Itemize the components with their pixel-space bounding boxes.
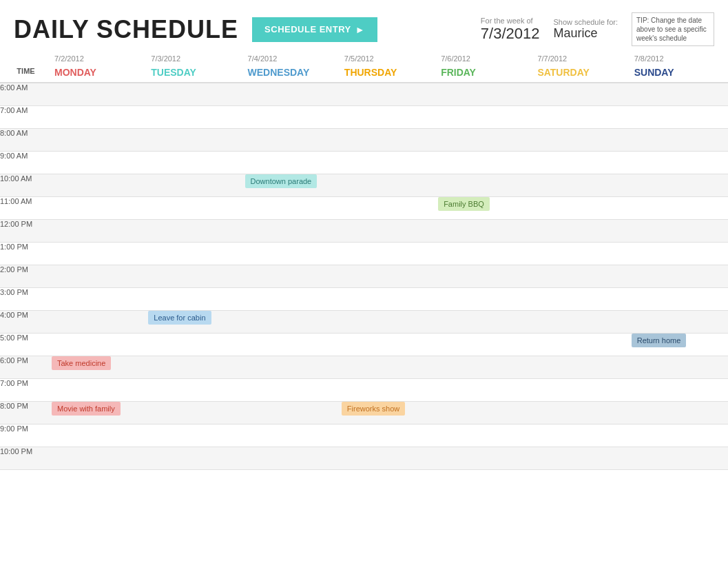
day-cell xyxy=(342,151,438,174)
day-cell xyxy=(438,310,534,333)
day-cell xyxy=(245,105,342,128)
day-cell xyxy=(148,83,245,105)
day-cell xyxy=(148,287,245,310)
day-cell xyxy=(52,265,148,287)
day-cell xyxy=(632,151,728,174)
day-cell xyxy=(534,265,631,287)
time-label: 6:00 AM xyxy=(0,83,52,105)
day-header: TUESDAY xyxy=(148,64,245,83)
day-cell xyxy=(245,219,342,242)
time-label: 7:00 PM xyxy=(0,378,52,401)
day-cell xyxy=(534,378,631,401)
day-cell[interactable]: Return home xyxy=(632,333,728,356)
day-cell xyxy=(438,378,534,401)
day-cell xyxy=(632,287,728,310)
day-cell xyxy=(245,356,342,378)
day-cell[interactable]: Downtown parade xyxy=(245,174,342,196)
time-label: 3:00 PM xyxy=(0,287,52,310)
day-cell xyxy=(245,151,342,174)
time-label: 12:00 PM xyxy=(0,219,52,242)
day-cell xyxy=(438,219,534,242)
day-cell xyxy=(52,196,148,219)
event-block[interactable]: Family BBQ xyxy=(438,197,490,211)
schedule-entry-button[interactable]: SCHEDULE ENTRY ► xyxy=(252,17,377,42)
day-cell xyxy=(438,242,534,265)
day-cell xyxy=(438,287,534,310)
day-header: FRIDAY xyxy=(438,64,534,83)
day-cell xyxy=(342,219,438,242)
day-cell xyxy=(632,356,728,378)
day-cell xyxy=(148,265,245,287)
time-label: 8:00 AM xyxy=(0,128,52,151)
day-cell xyxy=(52,287,148,310)
day-cell xyxy=(632,128,728,151)
day-cell xyxy=(52,447,148,469)
day-header: SUNDAY xyxy=(632,64,728,83)
day-cell xyxy=(632,242,728,265)
day-cell xyxy=(148,105,245,128)
day-cell xyxy=(148,378,245,401)
day-cell xyxy=(245,424,342,447)
day-cell xyxy=(342,242,438,265)
day-header: SATURDAY xyxy=(534,64,631,83)
date-header: 7/5/2012 xyxy=(342,53,438,64)
day-cell xyxy=(534,105,631,128)
day-cell[interactable]: Family BBQ xyxy=(438,196,534,219)
day-cell xyxy=(245,265,342,287)
time-label: 5:00 PM xyxy=(0,333,52,356)
event-block[interactable]: Leave for cabin xyxy=(148,311,211,325)
day-cell xyxy=(438,424,534,447)
event-block[interactable]: Take medicine xyxy=(52,356,111,370)
day-cell xyxy=(632,196,728,219)
day-cell xyxy=(342,265,438,287)
day-cell xyxy=(342,447,438,469)
day-cell xyxy=(148,401,245,424)
day-cell[interactable]: Movie with family xyxy=(52,401,148,424)
day-cell xyxy=(632,447,728,469)
day-cell xyxy=(342,83,438,105)
day-cell xyxy=(534,424,631,447)
time-label: 9:00 PM xyxy=(0,424,52,447)
day-cell xyxy=(632,174,728,196)
day-header: MONDAY xyxy=(52,64,148,83)
day-cell xyxy=(438,105,534,128)
event-block[interactable]: Return home xyxy=(632,334,687,347)
day-cell[interactable]: Fireworks show xyxy=(342,401,438,424)
day-cell xyxy=(52,242,148,265)
day-cell xyxy=(534,151,631,174)
day-cell xyxy=(342,356,438,378)
day-cell xyxy=(52,128,148,151)
day-cell xyxy=(632,219,728,242)
day-cell xyxy=(342,105,438,128)
day-cell xyxy=(632,310,728,333)
time-label: 9:00 AM xyxy=(0,151,52,174)
day-cell xyxy=(534,83,631,105)
event-block[interactable]: Fireworks show xyxy=(342,402,405,416)
day-cell xyxy=(342,378,438,401)
day-cell xyxy=(438,128,534,151)
day-cell xyxy=(534,333,631,356)
event-block[interactable]: Movie with family xyxy=(52,402,121,416)
time-label: 8:00 PM xyxy=(0,401,52,424)
arrow-icon: ► xyxy=(355,24,365,35)
day-cell[interactable]: Take medicine xyxy=(52,356,148,378)
day-cell xyxy=(534,242,631,265)
event-block[interactable]: Downtown parade xyxy=(245,174,318,188)
day-cell xyxy=(438,83,534,105)
time-column-header: TIME xyxy=(0,64,52,83)
day-cell[interactable]: Leave for cabin xyxy=(148,310,245,333)
day-cell xyxy=(342,310,438,333)
day-cell xyxy=(52,310,148,333)
day-cell xyxy=(534,174,631,196)
day-cell xyxy=(148,356,245,378)
day-cell xyxy=(534,401,631,424)
day-cell xyxy=(342,128,438,151)
day-cell xyxy=(148,219,245,242)
day-cell xyxy=(534,356,631,378)
day-cell xyxy=(52,83,148,105)
day-cell xyxy=(148,174,245,196)
week-info: For the week of 7/3/2012 xyxy=(481,17,540,43)
day-cell xyxy=(245,447,342,469)
time-label: 1:00 PM xyxy=(0,242,52,265)
day-cell xyxy=(534,310,631,333)
